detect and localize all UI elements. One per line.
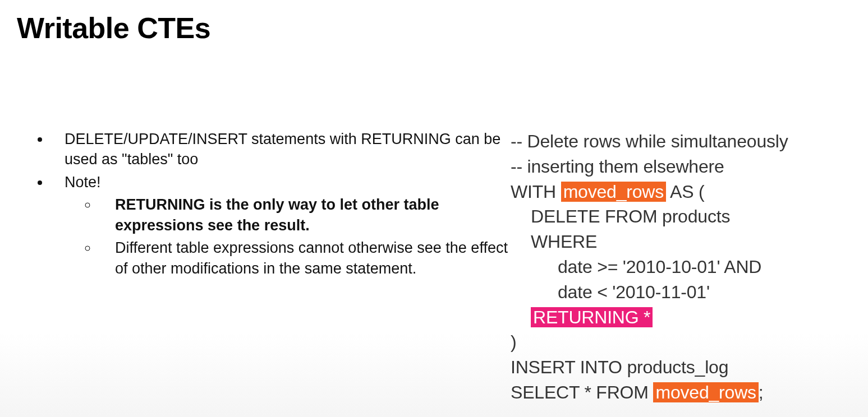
code-comment: -- inserting them elsewhere xyxy=(511,154,851,179)
code-line: INSERT INTO products_log xyxy=(511,355,851,380)
bullet-item: DELETE/UPDATE/INSERT statements with RET… xyxy=(50,129,511,170)
code-line: date >= '2010-10-01' AND xyxy=(511,254,851,280)
code-text: ; xyxy=(759,382,764,402)
code-line: DELETE FROM products xyxy=(511,204,851,229)
code-line: WITH moved_rows AS ( xyxy=(511,179,851,205)
code-text: WHERE xyxy=(511,229,597,254)
code-text: SELECT * FROM xyxy=(511,382,653,402)
sub-bullet-list: RETURNING is the only way to let other t… xyxy=(65,194,511,279)
slide: Writable CTEs DELETE/UPDATE/INSERT state… xyxy=(0,0,868,417)
bold-text: RETURNING is the only way to let other t… xyxy=(115,196,439,233)
bullet-list: DELETE/UPDATE/INSERT statements with RET… xyxy=(34,129,511,279)
highlight-orange: moved_rows xyxy=(561,182,666,202)
sub-bullet-item: Different table expressions cannot other… xyxy=(98,238,511,279)
code-column: -- Delete rows while simultaneously -- i… xyxy=(511,129,851,405)
code-line: RETURNING * xyxy=(511,305,851,330)
code-text: DELETE FROM products xyxy=(511,204,730,229)
code-line: WHERE xyxy=(511,229,851,254)
code-line: date < '2010-11-01' xyxy=(511,280,851,305)
highlight-pink: RETURNING * xyxy=(531,307,653,327)
code-text: date >= '2010-10-01' AND xyxy=(511,254,761,280)
code-text: date < '2010-11-01' xyxy=(511,280,710,305)
sub-bullet-item: RETURNING is the only way to let other t… xyxy=(98,194,511,235)
highlight-orange: moved_rows xyxy=(653,382,758,402)
code-text: AS ( xyxy=(666,182,704,202)
bullet-column: DELETE/UPDATE/INSERT statements with RET… xyxy=(17,129,511,405)
code-text: WITH xyxy=(511,182,561,202)
code-line: SELECT * FROM moved_rows; xyxy=(511,380,851,405)
bullet-text: Note! xyxy=(65,174,101,191)
slide-content: DELETE/UPDATE/INSERT statements with RET… xyxy=(17,129,851,405)
code-line: ) xyxy=(511,330,851,355)
slide-title: Writable CTEs xyxy=(17,11,851,45)
bullet-item: Note! RETURNING is the only way to let o… xyxy=(50,172,511,279)
code-comment: -- Delete rows while simultaneously xyxy=(511,129,851,154)
